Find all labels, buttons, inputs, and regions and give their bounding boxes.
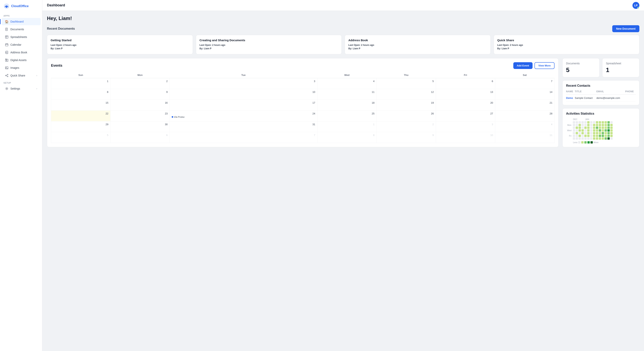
calendar-day-cell[interactable]: 2 (376, 121, 436, 132)
heatmap-cell (599, 121, 601, 124)
heatmap-row-label: Wed (566, 129, 572, 132)
calendar-day-cell[interactable]: 4 (317, 78, 376, 89)
app-logo: CloudOffice (0, 0, 42, 12)
sidebar-item-images[interactable]: Images (2, 64, 40, 72)
calendar-day-cell[interactable]: 23 (110, 111, 170, 121)
calendar-day-header: Sun (51, 72, 110, 78)
heatmap-cell (582, 132, 584, 134)
calendar-day-cell[interactable]: 8 (317, 132, 376, 143)
calendar-day-cell[interactable]: 9 (110, 89, 170, 100)
heatmap-cell (587, 132, 590, 134)
calendar-day-cell[interactable]: 1 (51, 78, 110, 89)
calendar-event[interactable]: 10a Produc (172, 116, 315, 118)
heatmap-cell (584, 121, 587, 124)
svg-point-1 (6, 6, 7, 8)
heatmap-cell (593, 121, 595, 124)
doc-card-2[interactable]: Address Book Last Open: 2 hours ago By: … (345, 35, 490, 54)
calendar-day-cell[interactable]: 9 (376, 132, 436, 143)
heatmap-cell (608, 137, 610, 140)
calendar-day-cell[interactable]: 11 (495, 132, 554, 143)
documents-icon (5, 28, 8, 31)
sidebar-item-label: Settings (10, 87, 20, 90)
calendar-day-cell[interactable]: 3 (170, 78, 318, 89)
calendar-day-cell[interactable]: 30 (110, 121, 170, 132)
quick-share-icon (5, 74, 8, 77)
logo-icon (4, 3, 10, 9)
calendar-day-cell[interactable]: 1 (317, 121, 376, 132)
doc-card-3[interactable]: Quick Share Last Open: 2 hours ago By: L… (494, 35, 640, 54)
svg-point-11 (6, 67, 6, 68)
heatmap-cell (578, 129, 581, 132)
calendar-day-cell[interactable]: 10 (170, 89, 318, 100)
sidebar-item-label: Quick Share (10, 74, 25, 77)
spreadsheet-stat-label: Spreadsheet (606, 62, 636, 65)
sidebar-item-calendar[interactable]: Calendar (2, 41, 40, 48)
sidebar-item-address-book[interactable]: Address Book (2, 49, 40, 56)
sidebar-item-documents[interactable]: Documents (2, 26, 40, 33)
calendar-day-cell[interactable]: 4 (495, 121, 554, 132)
calendar-day-cell[interactable]: 25 (317, 111, 376, 121)
calendar-day-cell[interactable]: 26 (376, 111, 436, 121)
new-document-button[interactable]: New Document (612, 25, 640, 32)
heatmap-cell (599, 127, 601, 129)
calendar-day-cell[interactable]: 16 (110, 100, 170, 111)
calendar-day-cell[interactable]: 2410a Produc (170, 111, 318, 121)
calendar-day-cell[interactable]: 3 (436, 121, 495, 132)
calendar-day-cell[interactable]: 18 (317, 100, 376, 111)
doc-card-by: By: Liam P (50, 47, 189, 50)
heatmap-cell (576, 127, 578, 129)
calendar-day-cell[interactable]: 5 (376, 78, 436, 89)
heatmap-cell (573, 127, 575, 129)
calendar-day-cell[interactable]: 22 (51, 111, 110, 121)
sidebar-item-spreadsheets[interactable]: Spreadsheets (2, 33, 40, 41)
calendar-week-row: 22232410a Produc25262728 (51, 111, 554, 121)
calendar-day-cell[interactable]: 17 (170, 100, 318, 111)
view-more-button[interactable]: View More (534, 62, 554, 69)
heatmap-cell (599, 129, 601, 132)
calendar-day-cell[interactable]: 6 (110, 132, 170, 143)
heatmap-cell (604, 135, 607, 137)
doc-card-title: Creating and Sharing Documents (200, 39, 338, 42)
calendar-day-cell[interactable]: 27 (436, 111, 495, 121)
calendar-day-cell[interactable]: 20 (436, 100, 495, 111)
sidebar-item-settings[interactable]: Settings › (2, 85, 40, 92)
calendar-day-cell[interactable]: 21 (495, 100, 554, 111)
calendar-day-cell[interactable]: 5 (51, 132, 110, 143)
sidebar-item-label: Documents (10, 28, 24, 31)
doc-card-0[interactable]: Getting Started Last Open: 2 hours ago B… (47, 35, 193, 54)
heatmap-cell (590, 129, 592, 132)
heatmap-cell (573, 121, 575, 124)
activities-card: Activities Statistics DECJANMonWedFriLes… (562, 108, 640, 147)
sidebar-item-quick-share[interactable]: Quick Share › (2, 72, 40, 79)
calendar-day-cell[interactable]: 29 (51, 121, 110, 132)
add-event-button[interactable]: Add Event (513, 62, 532, 69)
calendar-day-cell[interactable]: 6 (436, 78, 495, 89)
calendar-day-cell[interactable]: 8 (51, 89, 110, 100)
calendar-day-cell[interactable]: 14 (495, 89, 554, 100)
calendar-day-cell[interactable]: 12 (376, 89, 436, 100)
calendar-day-cell[interactable]: 7 (170, 132, 318, 143)
sidebar-item-dashboard[interactable]: 🏠 Dashboard (2, 18, 40, 25)
calendar-day-header: Wed (317, 72, 376, 78)
contact-name[interactable]: Demo (566, 97, 573, 99)
calendar-day-cell[interactable]: 10 (436, 132, 495, 143)
heatmap-cell (608, 124, 610, 126)
heatmap-cell (578, 137, 581, 140)
calendar-day-cell[interactable]: 31 (170, 121, 318, 132)
doc-card-1[interactable]: Creating and Sharing Documents Last Open… (196, 35, 342, 54)
calendar-day-cell[interactable]: 28 (495, 111, 554, 121)
legend-color-cell (590, 141, 593, 144)
calendar-day-cell[interactable]: 19 (376, 100, 436, 111)
settings-icon (5, 87, 8, 90)
col-title: TITLE (575, 90, 596, 95)
doc-card-last-open: Last Open: 2 hours ago (348, 44, 487, 47)
calendar-day-cell[interactable]: 15 (51, 100, 110, 111)
user-avatar[interactable]: LP (632, 2, 640, 9)
sidebar-item-digital-assets[interactable]: Digital Assets (2, 57, 40, 64)
calendar-header: Events Add Event View More (51, 62, 554, 69)
svg-point-6 (6, 52, 7, 52)
calendar-day-cell[interactable]: 13 (436, 89, 495, 100)
calendar-day-cell[interactable]: 7 (495, 78, 554, 89)
calendar-day-cell[interactable]: 2 (110, 78, 170, 89)
calendar-day-cell[interactable]: 11 (317, 89, 376, 100)
